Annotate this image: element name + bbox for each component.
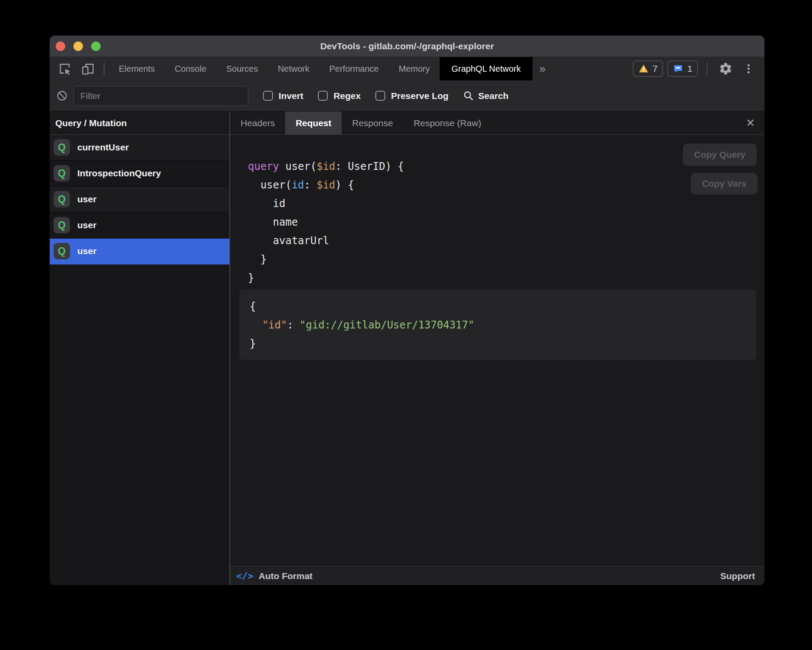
inspect-element-icon[interactable] [50,57,76,80]
regex-checkbox[interactable]: Regex [318,91,361,101]
window-title: DevTools - gitlab.com/-/graphql-explorer [320,41,494,51]
query-list-item[interactable]: QcurrentUser [50,135,229,161]
variables-line: { [250,297,756,316]
checkbox-label: Preserve Log [391,91,448,101]
warning-icon [638,64,649,74]
warnings-count: 7 [653,64,658,74]
toolbar-tab-console[interactable]: Console [165,57,216,80]
query-list: QcurrentUserQIntrospectionQueryQuserQuse… [50,135,229,264]
query-type-badge: Q [54,139,70,156]
request-detail-panel: HeadersRequestResponseResponse (Raw) ✕ q… [230,112,764,585]
code-line: } [248,269,764,287]
query-list-panel: Query / Mutation QcurrentUserQIntrospect… [50,112,230,585]
query-type-badge: Q [54,191,70,207]
clear-block-icon[interactable] [50,90,73,102]
filter-bar: InvertRegexPreserve Log Search [50,80,764,112]
close-detail-icon[interactable]: ✕ [746,118,755,128]
search-label: Search [478,91,508,101]
detail-tab-request[interactable]: Request [285,112,342,134]
toolbar-tab-graphql-network[interactable]: GraphQL Network [440,57,532,80]
device-toolbar-icon[interactable] [76,57,99,80]
screen-background: DevTools - gitlab.com/-/graphql-explorer… [0,0,812,650]
preserve-log-checkbox[interactable]: Preserve Log [375,91,448,101]
settings-gear-icon[interactable] [716,62,735,76]
query-name-label: user [77,246,96,256]
messages-count: 1 [687,64,692,74]
auto-format-icon: </> [236,570,254,581]
variables-line: "id": "gid://gitlab/User/13704317" [250,316,756,335]
request-tab-content: query user($id: UserID) { user(id: $id) … [230,135,764,566]
query-name-label: user [77,194,96,204]
detail-tab-bar: HeadersRequestResponseResponse (Raw) ✕ [230,112,764,135]
toolbar-tab-sources[interactable]: Sources [216,57,268,80]
minimize-window-button[interactable] [73,41,83,51]
traffic-lights [56,41,101,51]
toolbar-right-group: 7 1 [633,57,764,80]
toolbar-tab-elements[interactable]: Elements [109,57,165,80]
toolbar-tab-performance[interactable]: Performance [320,57,389,80]
copy-vars-button[interactable]: Copy Vars [691,173,758,194]
query-list-item[interactable]: QIntrospectionQuery [50,161,229,187]
checkbox-label: Invert [279,91,303,101]
detail-tab-response-raw[interactable]: Response (Raw) [403,112,492,134]
panel-tabs: ElementsConsoleSourcesNetworkPerformance… [109,57,533,80]
checkbox-box[interactable] [318,91,328,101]
zoom-window-button[interactable] [91,41,101,51]
query-type-badge: Q [54,165,70,182]
query-name-label: IntrospectionQuery [77,168,161,178]
devtools-toolbar: ElementsConsoleSourcesNetworkPerformance… [50,57,764,80]
warnings-badge[interactable]: 7 [633,61,663,77]
query-variables-box: { "id": "gid://gitlab/User/13704317"} [239,290,756,360]
search-icon [463,90,474,101]
devtools-window: DevTools - gitlab.com/-/graphql-explorer… [50,35,764,585]
code-line: id [248,194,764,213]
auto-format-button[interactable]: Auto Format [259,571,313,581]
code-line: avatarUrl [248,232,764,250]
window-titlebar: DevTools - gitlab.com/-/graphql-explorer [50,35,764,57]
detail-tab-headers[interactable]: Headers [230,112,285,134]
code-line: } [248,250,764,269]
detail-tab-response[interactable]: Response [342,112,403,134]
kebab-menu-icon[interactable] [739,62,758,75]
toolbar-divider [707,62,707,75]
filter-input[interactable] [73,86,248,106]
filter-options: InvertRegexPreserve Log [263,91,448,101]
query-type-badge: Q [54,217,70,233]
detail-footer: </> Auto Format Support [230,566,764,585]
support-link[interactable]: Support [720,571,755,581]
query-list-item[interactable]: Quser [50,187,229,213]
detail-tabs: HeadersRequestResponseResponse (Raw) [230,112,492,134]
query-list-item[interactable]: Quser [50,239,229,264]
query-name-label: user [77,220,96,230]
query-list-header: Query / Mutation [50,112,229,135]
query-list-item[interactable]: Quser [50,213,229,239]
toolbar-divider [104,62,105,75]
toolbar-tab-network[interactable]: Network [268,57,319,80]
more-tabs-button[interactable]: » [533,57,552,80]
code-line: name [248,213,764,232]
query-type-badge: Q [54,243,70,259]
checkbox-box[interactable] [263,91,273,101]
code-line: user(id: $id) { [248,176,764,194]
checkbox-box[interactable] [375,91,385,101]
variables-line: } [250,335,756,353]
close-window-button[interactable] [56,41,65,51]
checkbox-label: Regex [333,91,361,101]
copy-query-button[interactable]: Copy Query [683,143,757,166]
message-icon [673,64,683,74]
main-split: Query / Mutation QcurrentUserQIntrospect… [50,112,764,585]
messages-badge[interactable]: 1 [667,61,698,77]
query-name-label: currentUser [77,142,129,153]
invert-checkbox[interactable]: Invert [263,91,303,101]
toolbar-tab-memory[interactable]: Memory [389,57,440,80]
search-button[interactable]: Search [463,90,508,101]
